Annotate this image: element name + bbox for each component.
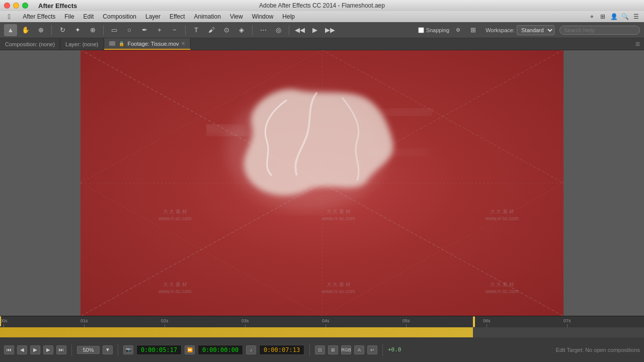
ruler-tick-00s: 00s: [0, 318, 8, 327]
close-button[interactable]: [4, 3, 10, 9]
snapping-label: Snapping: [426, 27, 450, 33]
fit-btn[interactable]: ⊡: [315, 345, 325, 354]
timeline-ruler[interactable]: 00s 01s 02s 03s 04s 05s: [0, 316, 644, 327]
panel-tabs: Composition: (none) Layer: (none) 🔒 Foot…: [0, 38, 644, 50]
ruler-tick-06s: 06s: [483, 318, 491, 327]
search-help-input[interactable]: [559, 26, 640, 35]
prev-keyframe-btn[interactable]: ◀: [17, 345, 27, 354]
menu-extra-icon[interactable]: ☰: [632, 13, 640, 21]
workspace-select[interactable]: Standard: [517, 25, 554, 35]
tab-footage-label: Footage: Tissue.mov: [128, 41, 179, 47]
zoom-dropdown-btn[interactable]: ▼: [103, 345, 113, 354]
prev-frame-btn[interactable]: ◀◀: [293, 24, 306, 36]
timeline-track[interactable]: [0, 327, 644, 337]
ruler-tick-04s: 04s: [322, 318, 330, 327]
mask-ellipse-tool[interactable]: ○: [123, 24, 136, 36]
tool-separator-2: [103, 25, 104, 35]
end-time-display[interactable]: 0:00:07:13: [259, 345, 304, 355]
window-controls[interactable]: [4, 3, 28, 9]
ruler-tick-03s: 03s: [242, 318, 249, 327]
watermark-4: 大 大 素 材www.rr-sc.com: [158, 281, 192, 295]
menu-animation[interactable]: Animation: [190, 12, 225, 21]
menu-aftereffects[interactable]: After Effects: [19, 12, 59, 21]
menu-help[interactable]: Help: [278, 12, 299, 21]
viewer: 大 大 素 材www.rr-sc.com 大 大 素 材www.rr-sc.co…: [0, 50, 644, 316]
toolbar: ▲ ✋ ⊕ ↻ ✦ ⊕ ▭ ○ ✒ + − T 🖌 ⊙ ◈ ⋯ ◎ ◀◀ ▶ ▶…: [0, 22, 644, 38]
bottom-controls: ⏮ ◀ ▶ ▶ ⏭ 50% ▼ 📷 0:00:05:17 ⏩ 0:00:00:0…: [0, 337, 644, 362]
next-frame-btn[interactable]: ▶▶: [324, 24, 337, 36]
loop-btn[interactable]: ↩: [367, 345, 377, 354]
tab-footage[interactable]: 🔒 Footage: Tissue.mov ✕: [104, 38, 191, 50]
anchor-tool[interactable]: ✦: [71, 24, 84, 36]
next-keyframe-btn[interactable]: ▶: [43, 345, 53, 354]
clone-tool[interactable]: ⊙: [220, 24, 233, 36]
puppet-tool[interactable]: ⋯: [257, 24, 270, 36]
separator-4: [382, 344, 383, 356]
region-btn[interactable]: ⊞: [328, 345, 338, 354]
ruler-marks: 00s 01s 02s 03s 04s 05s: [0, 316, 644, 327]
panel-options-icon[interactable]: ≡: [631, 40, 644, 49]
tab-composition[interactable]: Composition: (none): [0, 38, 60, 50]
zoom-tool[interactable]: ⊕: [34, 24, 47, 36]
app-name: After Effects: [38, 2, 77, 10]
menu-window[interactable]: Window: [248, 12, 278, 21]
separator-2: [118, 344, 118, 356]
tool-separator-1: [51, 25, 52, 35]
footage-thumb-icon: [109, 41, 115, 46]
add-vertex-tool[interactable]: +: [153, 24, 166, 36]
mask-rect-tool[interactable]: ▭: [108, 24, 121, 36]
titlebar: After Effects Adobe After Effects CC 201…: [0, 0, 644, 11]
snapping-settings-icon[interactable]: ⚙: [451, 24, 464, 36]
system-icon: ⊞: [599, 13, 607, 21]
user-icon: 👤: [610, 13, 618, 21]
watermark-5: 大 大 素 材www.rr-sc.com: [322, 281, 355, 295]
tool-separator-5: [289, 25, 289, 35]
zoom-display[interactable]: 50%: [77, 346, 100, 354]
ruler-tick-05s: 05s: [403, 318, 410, 327]
tab-layer[interactable]: Layer: (none): [60, 38, 104, 50]
tab-layer-label: Layer: (none): [65, 41, 98, 47]
roto-tool[interactable]: ◎: [272, 24, 285, 36]
playhead[interactable]: [0, 316, 1, 326]
search-icon[interactable]: 🔍: [621, 13, 629, 21]
maximize-button[interactable]: [22, 3, 28, 9]
status-text: Edit Target: No open compositions: [556, 347, 640, 353]
channel-btn[interactable]: RGB: [341, 345, 351, 354]
preview-btn[interactable]: ⏩: [185, 345, 195, 354]
snapping-checkbox[interactable]: [418, 27, 424, 33]
minimize-button[interactable]: [13, 3, 19, 9]
first-frame-btn[interactable]: ⏮: [4, 345, 14, 354]
start-time-display[interactable]: 0:00:00:00: [198, 345, 243, 355]
eraser-tool[interactable]: ◈: [235, 24, 248, 36]
workspace-area: Workspace: Standard: [486, 25, 554, 35]
audio-btn[interactable]: ♪: [246, 345, 256, 354]
menu-edit[interactable]: Edit: [79, 12, 98, 21]
tab-close-icon[interactable]: ✕: [181, 41, 185, 46]
selection-tool[interactable]: ▲: [4, 24, 17, 36]
rotate-tool[interactable]: ↻: [56, 24, 69, 36]
last-frame-btn[interactable]: ⏭: [56, 345, 66, 354]
delete-vertex-tool[interactable]: −: [168, 24, 181, 36]
text-tool[interactable]: T: [190, 24, 203, 36]
current-time-display[interactable]: 0:00:05:17: [136, 345, 182, 355]
ruler-tick-02s: 02s: [161, 318, 169, 327]
apple-menu[interactable]: : [4, 12, 15, 22]
brush-tool[interactable]: 🖌: [205, 24, 218, 36]
watermark-3: 大 大 素 材www.rr-sc.com: [486, 208, 519, 222]
tissue-shape: [206, 75, 433, 216]
position-tool[interactable]: ⊕: [86, 24, 99, 36]
duration-marker[interactable]: [473, 316, 475, 327]
hand-tool[interactable]: ✋: [19, 24, 32, 36]
play-btn[interactable]: ▶: [308, 24, 321, 36]
alpha-btn[interactable]: A: [354, 345, 364, 354]
viewer-layout-btn[interactable]: ⊞: [466, 24, 479, 36]
pen-tool[interactable]: ✒: [138, 24, 151, 36]
tab-composition-label: Composition: (none): [5, 41, 55, 47]
menu-file[interactable]: File: [60, 12, 78, 21]
play-stop-btn[interactable]: ▶: [30, 345, 40, 354]
menu-composition[interactable]: Composition: [99, 12, 140, 21]
menu-view[interactable]: View: [226, 12, 247, 21]
menu-layer[interactable]: Layer: [141, 12, 165, 21]
menu-effect[interactable]: Effect: [166, 12, 189, 21]
time-snapshot-btn[interactable]: 📷: [123, 345, 133, 354]
